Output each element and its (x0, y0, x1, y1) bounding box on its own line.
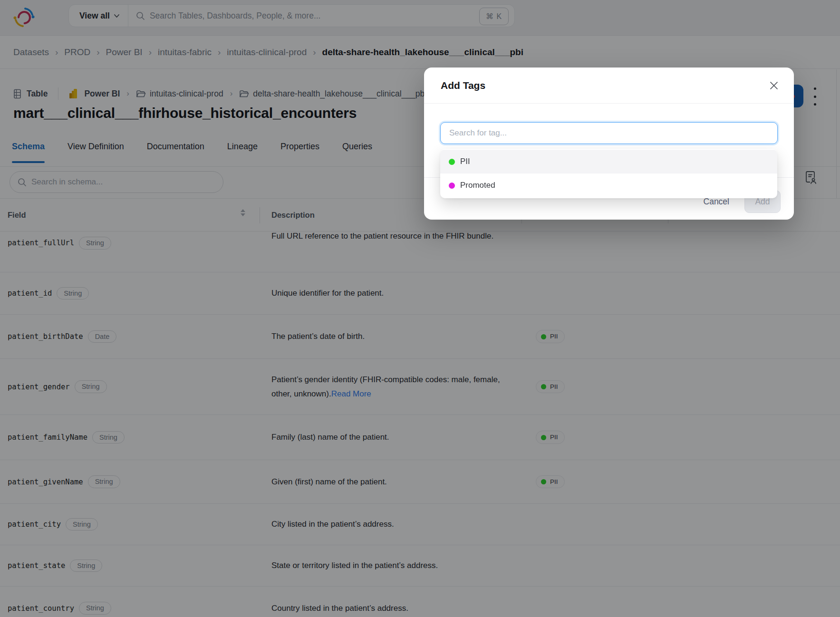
tag-search-input[interactable] (440, 122, 778, 144)
tag-option-promoted[interactable]: Promoted (440, 174, 777, 197)
tag-color-dot (449, 159, 455, 165)
tag-option-label: PII (460, 157, 470, 166)
modal-header: Add Tags (424, 67, 794, 104)
page: View all ⌘ K Datasets › PROD › Power BI … (0, 0, 840, 617)
tag-options-dropdown: PII Promoted (440, 149, 777, 198)
tag-option-label: Promoted (460, 181, 495, 190)
tag-color-dot (449, 183, 455, 189)
add-tags-modal: Add Tags Cancel Add PII Promoted (424, 67, 794, 220)
tag-option-pii[interactable]: PII (440, 150, 777, 174)
close-icon[interactable] (769, 81, 779, 90)
modal-title: Add Tags (441, 80, 485, 91)
